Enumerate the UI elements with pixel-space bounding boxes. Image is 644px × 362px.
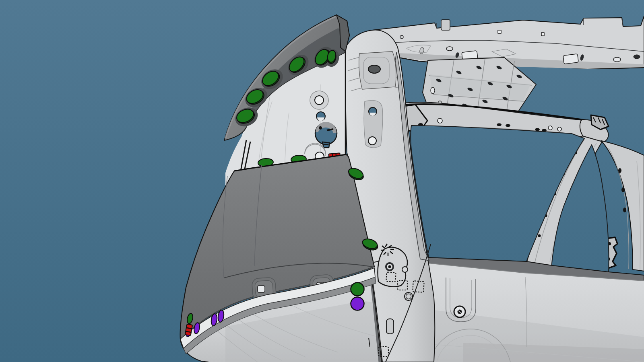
oval-hole: [368, 65, 380, 73]
bolt-head: [385, 262, 394, 271]
cad-scene[interactable]: [0, 0, 644, 362]
keyhole-bolt: [319, 126, 322, 130]
dimple-hole: [315, 96, 324, 105]
oval-slot: [386, 319, 394, 334]
cad-viewport[interactable]: [0, 0, 644, 362]
small-circle-hole: [402, 267, 408, 272]
hole: [368, 137, 376, 145]
torx-screw: [454, 306, 465, 317]
large-purple-grommet: [351, 297, 364, 311]
large-green-grommet: [351, 283, 364, 296]
